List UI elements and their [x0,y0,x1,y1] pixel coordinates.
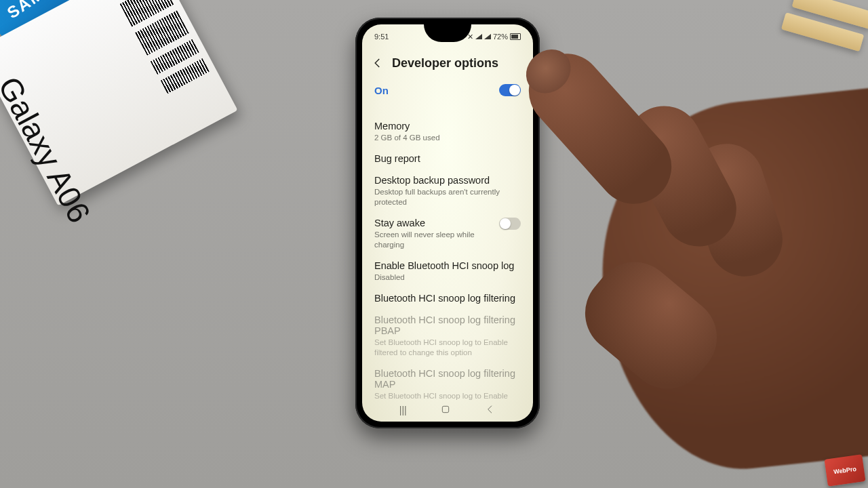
row-label: Stay awake [374,218,492,228]
master-toggle-label: On [374,85,389,96]
channel-watermark: WebPro [824,454,865,486]
signal-icon [484,34,491,39]
master-toggle[interactable] [499,84,521,96]
row-label: Bluetooth HCI snoop log filtering MAP [374,368,521,390]
chevron-left-icon [485,404,496,415]
row-label: Bug report [374,153,521,164]
row-label: Bluetooth HCI snoop log filtering [374,293,521,304]
row-sub: Set Bluetooth HCI snoop log to Enable fi… [374,391,521,401]
finger [614,93,749,260]
box-side: SAMSUNG Galaxy A06 [0,0,238,205]
palm [585,87,868,482]
home-button[interactable] [440,404,451,417]
battery-text: 72% [493,33,508,41]
photo-scene: SAMSUNG Galaxy A06 9:51 ✕ 72% [0,0,868,488]
row-sub: Disabled [374,272,521,282]
box-barcodes [120,0,226,124]
toggle-knob [509,85,520,96]
bug-report-row[interactable]: Bug report [362,148,533,169]
row-sub: Desktop full backups aren't currently pr… [374,187,521,207]
row-sub: Set Bluetooth HCI snoop log to Enable fi… [374,338,521,357]
finger [679,134,792,286]
status-icons: ✕ 72% [467,33,521,41]
product-box: SAMSUNG Galaxy A06 [0,0,275,243]
row-label: Desktop backup password [374,175,521,186]
clock-text: 9:51 [374,33,389,41]
back-button[interactable] [372,57,384,69]
toggle-knob [500,218,511,229]
svg-rect-0 [443,406,449,412]
box-model-text: Galaxy A06 [0,70,98,228]
row-label: Memory [374,121,521,131]
row-label: Enable Bluetooth HCI snoop log [374,260,521,271]
bt-snoop-row[interactable]: Enable Bluetooth HCI snoop log Disabled [362,255,533,287]
bt-snoop-pbap-row: Bluetooth HCI snoop log filtering PBAP S… [362,309,533,363]
stay-awake-row[interactable]: Stay awake Screen will never sleep while… [362,212,533,255]
memory-row[interactable]: Memory 2 GB of 4 GB used [362,115,533,148]
bt-snoop-map-row: Bluetooth HCI snoop log filtering MAP Se… [362,363,533,401]
recent-apps-button[interactable]: ||| [399,405,407,415]
row-sub: 2 GB of 4 GB used [374,133,521,142]
row-sub: Screen will never sleep while charging [374,230,492,249]
master-toggle-row[interactable]: On [362,77,533,106]
square-icon [440,404,451,415]
thumb [568,245,733,405]
nav-back-button[interactable] [485,404,496,417]
phone-screen[interactable]: 9:51 ✕ 72% Developer options On [362,24,533,422]
wifi-icon [475,34,482,39]
stay-awake-toggle[interactable] [499,218,521,230]
app-header: Developer options [362,49,533,77]
battery-icon [510,33,521,40]
row-label: Bluetooth HCI snoop log filtering PBAP [374,314,521,336]
page-title: Developer options [392,56,498,70]
chevron-left-icon [372,57,384,69]
bt-snoop-filter-row[interactable]: Bluetooth HCI snoop log filtering [362,287,533,309]
settings-list[interactable]: On Memory 2 GB of 4 GB used Bug report D… [362,77,533,401]
wooden-clamp-prop [772,0,868,79]
section-gap [362,106,533,115]
desktop-backup-row[interactable]: Desktop backup password Desktop full bac… [362,169,533,212]
system-navbar: ||| [362,401,533,419]
phone-frame: 9:51 ✕ 72% Developer options On [355,18,540,428]
